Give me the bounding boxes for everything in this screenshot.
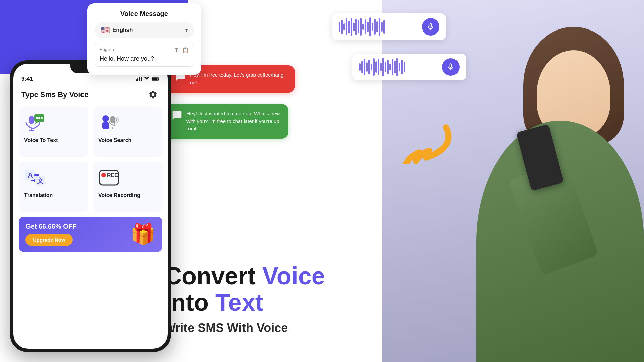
chat-bubble-red-text: Hey, I'm free today. Let's grab coffee/h… <box>190 71 288 86</box>
svg-point-13 <box>38 117 40 119</box>
svg-rect-4 <box>141 77 142 81</box>
phone-screen: 9:41 <box>13 64 168 349</box>
voice-text-content: Hello, How are you? <box>100 55 189 62</box>
svg-text:REC: REC <box>107 172 118 178</box>
grid-item-voice-recording[interactable]: REC Voice Recording <box>93 162 162 212</box>
translation-label: Translation <box>24 192 53 198</box>
convert-line1: Convert Voice <box>164 263 366 289</box>
language-selector[interactable]: 🇺🇸 English ▾ <box>95 22 194 38</box>
voice-recording-icon: REC <box>98 168 120 188</box>
convert-title: Convert Voice into Text <box>164 263 366 316</box>
svg-rect-7 <box>152 78 158 80</box>
wifi-icon <box>144 77 150 81</box>
convert-word-convert: Convert <box>164 262 262 289</box>
svg-point-16 <box>102 115 109 122</box>
upgrade-button[interactable]: Upgrade Now <box>25 234 73 246</box>
grid-item-translation[interactable]: A 文 Translation <box>19 162 88 212</box>
gift-icon: 🎁 <box>130 224 156 244</box>
phone-status-icons <box>136 77 160 81</box>
phone-container: 9:41 <box>10 60 171 352</box>
waveform-card-1 <box>332 13 446 40</box>
battery-icon <box>152 77 160 81</box>
waveform-bars-1 <box>339 17 417 36</box>
waveform-card-2 <box>352 54 466 80</box>
convert-line2: into Text <box>164 289 366 316</box>
phone-frame: 9:41 <box>10 60 171 352</box>
promo-content: Get 66.66% OFF Upgrade Now <box>25 223 76 246</box>
grid-item-voice-to-text[interactable]: Voice To Text <box>19 107 88 157</box>
voice-message-card: Voice Message 🇺🇸 English ▾ English 🗑 📋 H… <box>87 3 201 75</box>
svg-rect-1 <box>136 79 137 81</box>
delete-icon[interactable]: 🗑 <box>174 47 179 53</box>
mic-button-1[interactable] <box>422 18 439 36</box>
copy-icon[interactable]: 📋 <box>182 47 189 53</box>
svg-point-14 <box>41 117 43 119</box>
svg-point-25 <box>101 173 106 177</box>
voice-recording-label: Voice Recording <box>98 192 140 198</box>
svg-text:文: 文 <box>37 177 44 184</box>
text-label: English <box>100 47 114 52</box>
signal-icon <box>136 77 142 81</box>
phone-time: 9:41 <box>21 76 33 82</box>
flag-icon: 🇺🇸 <box>101 26 110 35</box>
convert-subtitle: Write SMS With Voice <box>164 321 366 335</box>
chat-bubble-green-text: Hey! Just wanted to catch up. What's new… <box>186 110 281 133</box>
mic-button-2[interactable] <box>442 58 460 76</box>
svg-marker-15 <box>34 122 38 125</box>
arrow-decoration <box>399 121 453 164</box>
convert-word-text: Text <box>215 289 263 316</box>
svg-rect-8 <box>29 116 34 124</box>
settings-button[interactable] <box>146 88 160 101</box>
background: Hey, I'm free today. Let's grab coffee/h… <box>0 0 644 362</box>
svg-rect-3 <box>139 77 140 81</box>
svg-rect-2 <box>137 78 138 81</box>
promo-text: Get 66.66% OFF <box>25 223 76 230</box>
waveform-visual-2 <box>359 58 405 76</box>
chat-icon-green <box>172 110 182 121</box>
voice-message-title: Voice Message <box>95 10 194 18</box>
translation-icon: A 文 <box>24 168 46 188</box>
voice-to-text-icon <box>24 113 46 133</box>
chevron-down-icon: ▾ <box>185 27 188 33</box>
svg-rect-17 <box>102 122 109 129</box>
phone-app-title: Type Sms By Voice <box>21 90 89 99</box>
voice-search-label: Voice Search <box>98 137 131 143</box>
voice-search-icon <box>98 113 120 133</box>
phone-header: Type Sms By Voice <box>13 85 168 107</box>
promo-banner: Get 66.66% OFF Upgrade Now 🎁 <box>19 217 162 252</box>
convert-section: Convert Voice into Text Write SMS With V… <box>164 263 366 335</box>
convert-word-into: into <box>164 289 215 316</box>
convert-word-voice: Voice <box>262 262 325 289</box>
svg-rect-6 <box>158 78 159 80</box>
svg-point-12 <box>36 117 38 119</box>
svg-text:A: A <box>28 171 33 179</box>
grid-item-voice-search[interactable]: Voice Search <box>93 107 162 157</box>
waveform-bars-2 <box>359 58 437 76</box>
app-grid: Voice To Text <box>13 107 168 212</box>
language-text: English <box>112 27 133 34</box>
waveform-visual-1 <box>339 17 385 36</box>
voice-to-text-label: Voice To Text <box>24 137 58 143</box>
chat-bubble-green: Hey! Just wanted to catch up. What's new… <box>164 104 288 139</box>
gear-icon <box>148 90 158 99</box>
voice-text-box: English 🗑 📋 Hello, How are you? <box>95 43 194 67</box>
